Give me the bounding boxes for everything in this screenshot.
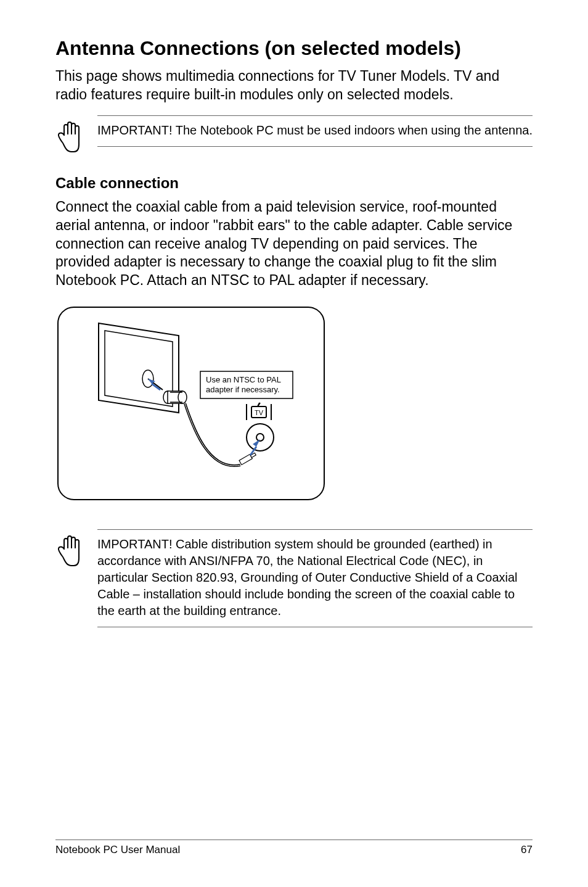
svg-marker-17 — [253, 439, 260, 447]
footer-manual-title: Notebook PC User Manual — [55, 844, 180, 856]
important-note-2-text: IMPORTANT! Cable distribution system sho… — [97, 536, 533, 619]
page-footer: Notebook PC User Manual 67 — [55, 840, 533, 856]
cable-connection-heading: Cable connection — [55, 175, 533, 192]
diagram-callout-line1: Use an NTSC to PAL — [206, 375, 281, 384]
intro-paragraph: This page shows multimedia connections f… — [55, 67, 533, 104]
svg-point-6 — [178, 391, 187, 403]
cable-connection-diagram: Use an NTSC to PAL adapter if necessary.… — [55, 305, 533, 505]
important-note-2: IMPORTANT! Cable distribution system sho… — [55, 529, 533, 627]
footer-page-number: 67 — [521, 844, 533, 856]
svg-point-14 — [256, 434, 264, 441]
cable-connection-paragraph: Connect the coaxial cable from a paid te… — [55, 198, 533, 290]
hand-stop-icon — [55, 533, 86, 570]
svg-text:TV: TV — [255, 409, 264, 416]
svg-rect-0 — [58, 307, 324, 500]
diagram-callout-line2: adapter if necessary. — [206, 385, 280, 394]
page-title: Antenna Connections (on selected models) — [55, 37, 533, 60]
important-note-1-text: IMPORTANT! The Notebook PC must be used … — [97, 122, 533, 139]
important-note-1: IMPORTANT! The Notebook PC must be used … — [55, 115, 533, 156]
svg-point-13 — [247, 424, 274, 451]
hand-stop-icon — [55, 119, 86, 156]
svg-marker-2 — [105, 331, 173, 406]
